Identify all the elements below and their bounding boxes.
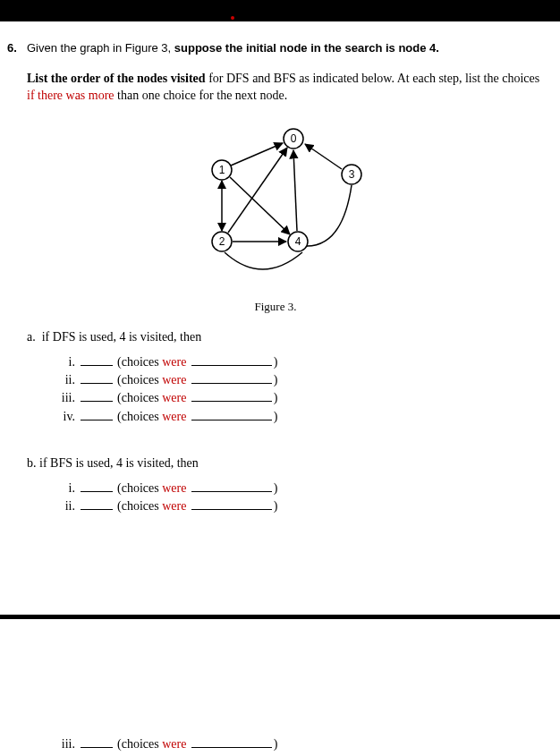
choices-blank[interactable] [191,480,272,492]
roman-numeral: i. [54,353,75,371]
choices-blank[interactable] [191,371,272,384]
roman-numeral: ii. [54,497,75,515]
part-b-text: if BFS is used, 4 is visited, then [39,456,199,470]
part-a-label: a. [27,330,36,344]
answer-blank[interactable] [81,408,113,420]
roman-numeral: i. [54,480,75,497]
step-tail: ) [274,499,278,513]
graph-node-4: 4 [288,232,308,251]
choices-blank[interactable] [191,408,272,420]
step-row: iii. (choices were ) [54,735,544,753]
graph-node-3: 3 [342,165,361,184]
svg-text:2: 2 [219,235,225,248]
step-mid: (choices [115,391,163,404]
step-red: were [162,737,186,751]
part-b-steps-top: i. (choices were ) ii. (choices were ) [54,480,544,516]
question-line: 6. Given the graph in Figure 3, suppose … [7,41,544,55]
step-mid: (choices [115,499,163,513]
step-row: ii. (choices were ) [54,371,544,389]
choices-blank[interactable] [191,735,272,748]
step-tail: ) [274,373,278,386]
roman-numeral: iv. [54,408,75,426]
graph-figure: 0 1 2 3 4 [173,121,378,291]
question-bold: suppose the initial node in the search i… [174,41,439,55]
svg-text:0: 0 [291,132,297,145]
answer-blank[interactable] [81,480,113,492]
instruction: List the order of the nodes visited for … [27,71,544,105]
step-tail: ) [274,737,278,751]
step-mid: (choices [115,737,163,751]
svg-line-0 [231,143,283,166]
instruction-mid: for DFS and BFS as indicated below. At e… [206,72,540,85]
question-number: 6. [7,41,27,55]
step-mid: (choices [115,355,163,369]
figure-wrap: 0 1 2 3 4 Figure 3. [7,121,544,314]
part-a-text: if DFS is used, 4 is visited, then [42,330,202,344]
instruction-red: if there was more [27,89,115,102]
answer-blank[interactable] [81,390,113,403]
graph-node-1: 1 [212,160,232,180]
step-tail: ) [274,391,278,404]
question-lead: Given the graph in Figure 3, [27,41,174,55]
step-red: were [162,481,186,495]
answer-blank[interactable] [81,498,113,511]
step-tail: ) [274,355,278,369]
step-mid: (choices [115,410,163,423]
step-red: were [162,373,186,386]
svg-text:4: 4 [295,235,301,248]
step-row: iv. (choices were ) [54,408,544,426]
svg-text:3: 3 [349,168,355,181]
step-row: i. (choices were ) [54,480,544,497]
content: 6. Given the graph in Figure 3, suppose … [0,21,560,516]
answer-blank[interactable] [81,371,113,384]
part-b-label: b. [27,456,37,470]
choices-blank[interactable] [191,353,272,366]
choices-blank[interactable] [191,390,272,403]
choices-blank[interactable] [191,498,272,511]
figure-caption: Figure 3. [7,300,544,314]
part-b-steps-bottom: iii. (choices were ) iv. (choices were ) [54,735,544,756]
red-dot-icon [231,16,234,20]
top-black-bar [0,0,560,21]
svg-line-3 [228,148,287,233]
answer-blank[interactable] [81,353,113,366]
step-mid: (choices [115,481,163,495]
svg-line-1 [305,144,342,169]
graph-node-2: 2 [212,232,232,251]
graph-node-0: 0 [284,129,303,149]
question-text: Given the graph in Figure 3, suppose the… [27,41,439,55]
roman-numeral: iii. [54,389,75,407]
step-row: iii. (choices were ) [54,389,544,407]
step-row: ii. (choices were ) [54,497,544,515]
instruction-bold: List the order of the nodes visited [27,72,206,85]
step-red: were [162,391,186,404]
step-tail: ) [274,410,278,423]
part-b: b. if BFS is used, 4 is visited, then [27,456,544,471]
answer-blank[interactable] [81,735,113,748]
roman-numeral: ii. [54,371,75,389]
svg-line-2 [293,150,297,231]
page: 6. Given the graph in Figure 3, suppose … [0,0,560,756]
step-red: were [162,355,186,369]
step-red: were [162,499,186,513]
svg-text:1: 1 [219,164,225,176]
roman-numeral: iii. [54,735,75,753]
step-red: were [162,410,186,423]
part-a: a. if DFS is used, 4 is visited, then [27,330,544,344]
instruction-post: than one choice for the next node. [115,89,288,102]
part-a-steps: i. (choices were ) ii. (choices were ) i… [54,353,544,426]
content-continued: iii. (choices were ) iv. (choices were ) [0,718,560,756]
step-mid: (choices [115,373,163,386]
step-row: i. (choices were ) [54,353,544,371]
step-tail: ) [274,481,278,495]
